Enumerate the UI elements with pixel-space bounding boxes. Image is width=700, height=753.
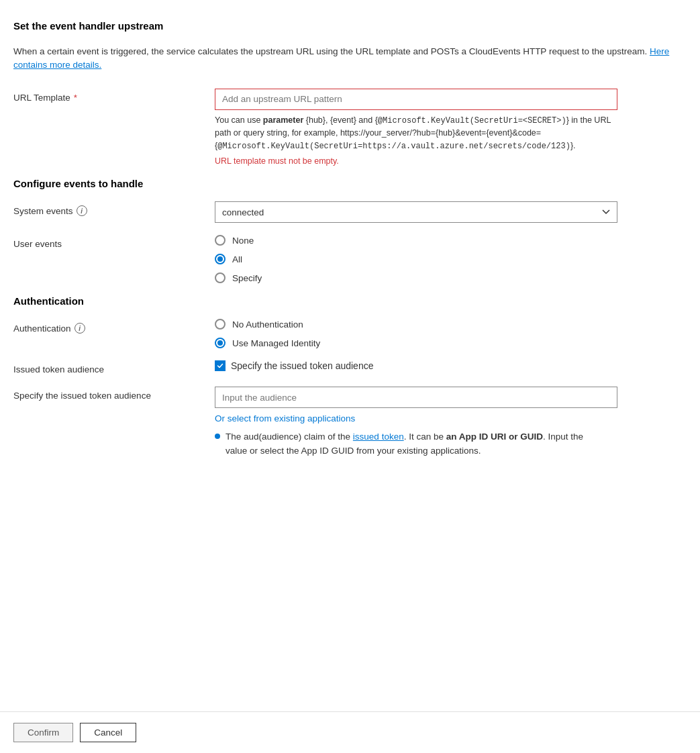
auth-managed-identity[interactable]: Use Managed Identity — [215, 338, 687, 348]
page-title: Set the event handler upstream — [13, 20, 687, 32]
radio-specify — [215, 272, 226, 283]
system-events-label: System events i — [13, 201, 215, 216]
specify-audience-control: Or select from existing applications The… — [215, 387, 687, 458]
checkmark-icon — [217, 362, 223, 369]
footer: Confirm Cancel — [0, 711, 700, 753]
issued-token-link[interactable]: issued token — [353, 432, 404, 442]
system-events-row: System events i connected disconnected c… — [13, 201, 687, 223]
user-events-control: None All Specify — [215, 235, 687, 283]
auth-no-auth[interactable]: No Authentication — [215, 319, 687, 330]
url-error-text: URL template must not be empty. — [215, 156, 687, 166]
radio-all — [215, 254, 226, 264]
description: When a certain event is triggered, the s… — [13, 45, 687, 72]
url-template-row: URL Template * You can use parameter {hu… — [13, 89, 687, 166]
auth-radio-group: No Authentication Use Managed Identity — [215, 319, 687, 348]
configure-section-title: Configure events to handle — [13, 178, 687, 189]
user-events-radio-group: None All Specify — [215, 235, 687, 283]
authentication-row: Authentication i No Authentication Use M… — [13, 319, 687, 348]
system-events-dropdown[interactable]: connected disconnected connected disconn… — [215, 201, 617, 223]
authentication-info-icon[interactable]: i — [74, 323, 85, 334]
issued-token-checkbox-label: Specify the issued token audience — [231, 360, 373, 371]
audience-input[interactable] — [215, 387, 617, 408]
authentication-control: No Authentication Use Managed Identity — [215, 319, 687, 348]
url-hint: You can use parameter {hub}, {event} and… — [215, 114, 617, 154]
issued-token-checkbox-row: Specify the issued token audience — [215, 360, 687, 371]
radio-managed-identity — [215, 338, 226, 348]
user-events-label: User events — [13, 235, 215, 249]
url-template-label: URL Template * — [13, 89, 215, 103]
url-template-control: You can use parameter {hub}, {event} and… — [215, 89, 687, 166]
info-note: The aud(audience) claim of the issued to… — [215, 430, 604, 458]
url-template-input[interactable] — [215, 89, 617, 110]
required-marker: * — [74, 93, 77, 103]
specify-audience-label: Specify the issued token audience — [13, 387, 215, 401]
authentication-section-title: Authentication — [13, 295, 687, 307]
user-events-all[interactable]: All — [215, 254, 687, 264]
specify-audience-row: Specify the issued token audience Or sel… — [13, 387, 687, 458]
issued-token-checkbox[interactable] — [215, 360, 226, 371]
issued-token-row: Issued token audience Specify the issued… — [13, 360, 687, 374]
select-from-existing-link[interactable]: Or select from existing applications — [215, 413, 355, 423]
authentication-label: Authentication i — [13, 319, 215, 334]
confirm-button[interactable]: Confirm — [13, 723, 73, 742]
system-events-info-icon[interactable]: i — [77, 205, 87, 216]
cancel-button[interactable]: Cancel — [80, 723, 136, 742]
radio-none — [215, 235, 226, 246]
user-events-specify[interactable]: Specify — [215, 272, 687, 283]
system-events-control: connected disconnected connected disconn… — [215, 201, 687, 223]
issued-token-control: Specify the issued token audience — [215, 360, 687, 371]
issued-token-label: Issued token audience — [13, 360, 215, 374]
info-dot-icon — [215, 434, 220, 439]
radio-no-auth — [215, 319, 226, 330]
user-events-row: User events None All Specify — [13, 235, 687, 283]
user-events-none[interactable]: None — [215, 235, 687, 246]
